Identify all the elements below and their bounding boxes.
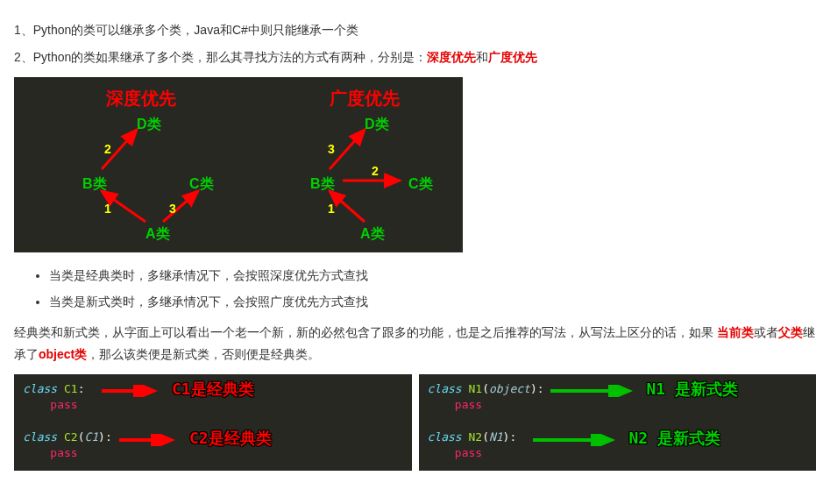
right-num-2: 2 bbox=[372, 160, 379, 182]
left-node-c: C类 bbox=[189, 172, 214, 197]
paren: ( bbox=[482, 382, 489, 395]
classic-class-code: class C1: pass class C2(C1): pass C1是经典类… bbox=[14, 374, 412, 471]
cls-name: N2 bbox=[462, 430, 482, 444]
mro-diagram: 深度优先 D类 B类 C类 A类 1 2 3 广度优先 D类 B类 C类 A类 … bbox=[14, 77, 463, 252]
paren-close: ): bbox=[530, 382, 544, 395]
right-num-1: 1 bbox=[328, 198, 335, 220]
classic-label-1: C1是经典类 bbox=[172, 378, 254, 400]
para3-hl2: 父类 bbox=[778, 325, 803, 339]
kw-class: class bbox=[428, 430, 462, 444]
kw-class: class bbox=[23, 430, 57, 444]
para3-hl1: 当前类 bbox=[717, 325, 754, 339]
para2-highlight-2: 广度优先 bbox=[488, 50, 537, 64]
paragraph-1: 1、Python的类可以继承多个类，Java和C#中则只能继承一个类 bbox=[14, 19, 816, 41]
right-node-b: B类 bbox=[310, 172, 335, 197]
arrow-icon bbox=[102, 385, 163, 397]
code-line: pass bbox=[428, 445, 808, 461]
paren-close: ): bbox=[98, 430, 112, 444]
cls-name: N1 bbox=[462, 382, 482, 395]
right-node-c: C类 bbox=[408, 172, 433, 197]
classic-label-2: C2是经典类 bbox=[189, 427, 272, 449]
para3-text: ，那么该类便是新式类，否则便是经典类。 bbox=[87, 347, 320, 361]
para3-text: 经典类和新式类，从字面上可以看出一个老一个新，新的必然包含了跟多的功能，也是之后… bbox=[14, 325, 717, 339]
bullet-item: 当类是新式类时，多继承情况下，会按照广度优先方式查找 bbox=[49, 291, 816, 313]
paragraph-2: 2、Python的类如果继承了多个类，那么其寻找方法的方式有两种，分别是：深度优… bbox=[14, 46, 816, 68]
left-num-1: 1 bbox=[104, 198, 111, 220]
left-node-a: A类 bbox=[145, 222, 170, 247]
arg: object bbox=[489, 382, 530, 395]
arrow-icon bbox=[550, 385, 638, 397]
kw-class: class bbox=[23, 382, 57, 395]
left-node-d: D类 bbox=[137, 112, 161, 138]
paren-close: ): bbox=[503, 430, 517, 444]
para3-hl3: object类 bbox=[39, 347, 87, 361]
newstyle-label-1: N1 是新式类 bbox=[647, 378, 739, 400]
bullet-item: 当类是经典类时，多继承情况下，会按照深度优先方式查找 bbox=[49, 265, 816, 287]
newstyle-class-code: class N1(object): pass class N2(N1): pas… bbox=[419, 374, 817, 471]
left-num-2: 2 bbox=[104, 138, 111, 160]
right-node-d: D类 bbox=[365, 112, 389, 138]
svg-line-3 bbox=[330, 191, 365, 222]
bullet-list: 当类是经典类时，多继承情况下，会按照深度优先方式查找 当类是新式类时，多继承情况… bbox=[32, 265, 816, 312]
diagram-title-right: 广度优先 bbox=[330, 82, 400, 114]
arg: C1 bbox=[84, 430, 98, 444]
para2-and: 和 bbox=[476, 50, 488, 64]
code-line: pass bbox=[428, 397, 808, 413]
left-node-b: B类 bbox=[82, 172, 107, 197]
para2-highlight-1: 深度优先 bbox=[427, 50, 476, 64]
para2-prefix: 2、Python的类如果继承了多个类，那么其寻找方法的方式有两种，分别是： bbox=[14, 50, 427, 64]
svg-line-5 bbox=[330, 130, 365, 169]
cls-name: C1 bbox=[57, 382, 77, 395]
code-examples-row: class C1: pass class C2(C1): pass C1是经典类… bbox=[14, 374, 816, 471]
newstyle-label-2: N2 是新式类 bbox=[629, 427, 721, 449]
kw-class: class bbox=[428, 382, 462, 395]
arg: N1 bbox=[489, 430, 503, 444]
right-node-a: A类 bbox=[360, 222, 385, 247]
diagram-title-left: 深度优先 bbox=[106, 82, 176, 114]
arrow-icon bbox=[533, 434, 621, 446]
paren: ( bbox=[482, 430, 489, 444]
arrow-icon bbox=[119, 434, 181, 446]
cls-name: C2 bbox=[57, 430, 77, 444]
left-num-3: 3 bbox=[169, 198, 176, 220]
paragraph-3: 经典类和新式类，从字面上可以看出一个老一个新，新的必然包含了跟多的功能，也是之后… bbox=[14, 322, 816, 366]
right-num-3: 3 bbox=[328, 138, 335, 160]
colon: : bbox=[78, 382, 85, 395]
para3-text: 或者 bbox=[754, 325, 778, 339]
